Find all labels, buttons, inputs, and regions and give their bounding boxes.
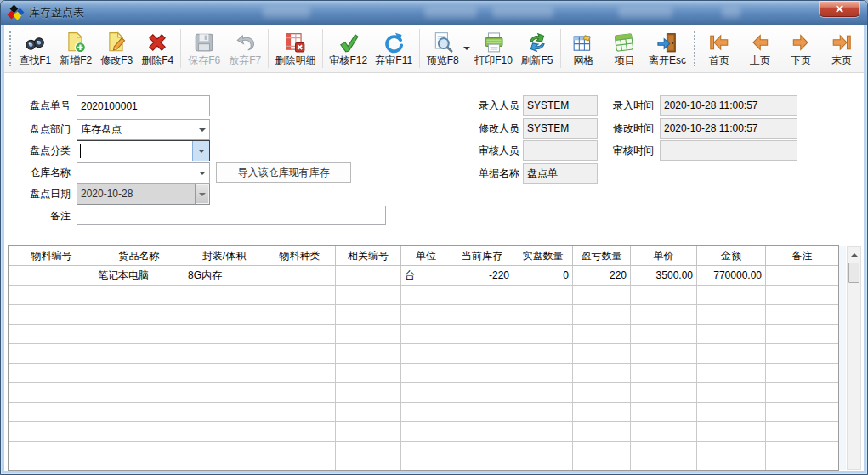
grid-cell[interactable]	[631, 403, 697, 422]
grid-header-cell[interactable]: 相关编号	[336, 246, 401, 266]
toolbar-button-unaudit[interactable]: 弃审F11	[372, 26, 417, 71]
grid-cell[interactable]	[264, 403, 336, 422]
grid-cell[interactable]	[513, 403, 573, 422]
toolbar-button-find[interactable]: 查找F1	[14, 26, 55, 71]
grid-cell[interactable]	[94, 325, 184, 344]
grid-cell[interactable]	[697, 305, 766, 325]
toolbar-button-next-page[interactable]: 下页	[780, 26, 821, 71]
toolbar-button-last-page[interactable]: 末页	[821, 26, 862, 71]
grid-header-cell[interactable]: 金额	[697, 246, 766, 266]
grid-cell[interactable]	[766, 403, 839, 422]
toolbar-grip[interactable]	[692, 31, 697, 66]
entry-user-field[interactable]	[523, 95, 598, 116]
grid-cell[interactable]	[9, 422, 94, 442]
dropdown-arrow-icon[interactable]	[192, 141, 209, 161]
close-button[interactable]	[820, 1, 859, 17]
grid-cell[interactable]	[766, 325, 839, 344]
grid-vertical-scrollbar[interactable]	[847, 246, 861, 470]
grid-cell[interactable]	[9, 266, 94, 286]
grid-cell[interactable]	[631, 364, 697, 383]
grid-cell[interactable]	[401, 422, 451, 442]
grid-cell[interactable]	[766, 442, 839, 461]
grid-cell[interactable]	[513, 422, 573, 442]
grid-cell[interactable]	[573, 383, 631, 403]
toolbar-button-refresh[interactable]: 刷新F5	[517, 26, 558, 71]
grid-header-cell[interactable]: 备注	[766, 246, 839, 266]
grid-cell[interactable]	[184, 383, 264, 403]
toolbar-button-discard[interactable]: 放弃F7	[224, 26, 265, 71]
grid-cell[interactable]	[697, 403, 766, 422]
grid-cell[interactable]	[513, 305, 573, 325]
grid-header-cell[interactable]: 货品名称	[94, 246, 184, 266]
warehouse-combo[interactable]	[77, 162, 210, 184]
grid-cell[interactable]	[766, 286, 839, 305]
toolbar-button-exit[interactable]: 离开Esc	[644, 26, 689, 71]
grid-cell[interactable]	[766, 344, 839, 364]
grid-cell[interactable]	[336, 325, 401, 344]
grid-cell[interactable]	[451, 305, 513, 325]
grid-header-cell[interactable]: 物料编号	[9, 246, 94, 266]
grid-cell[interactable]	[9, 403, 94, 422]
grid-header-cell[interactable]: 物料种类	[264, 246, 336, 266]
toolbar-button-project[interactable]: 项目	[604, 26, 644, 71]
grid-cell[interactable]	[264, 286, 336, 305]
toolbar-button-preview[interactable]: 预览F8	[423, 26, 463, 71]
date-combo[interactable]: 2020-10-28	[77, 184, 210, 205]
grid-cell[interactable]	[264, 461, 336, 472]
grid-cell[interactable]	[336, 286, 401, 305]
grid-cell[interactable]	[401, 442, 451, 461]
toolbar-button-print[interactable]: 打印F10	[471, 26, 517, 71]
grid-cell[interactable]	[451, 383, 513, 403]
scrollbar-thumb[interactable]	[848, 263, 859, 283]
grid-cell[interactable]	[401, 286, 451, 305]
grid-cell[interactable]	[94, 364, 184, 383]
grid-cell[interactable]	[401, 325, 451, 344]
grid-cell[interactable]	[697, 325, 766, 344]
grid-cell[interactable]	[697, 383, 766, 403]
grid-header-cell[interactable]: 盈亏数量	[573, 246, 631, 266]
grid-cell[interactable]	[264, 325, 336, 344]
scroll-up-arrow-icon[interactable]	[848, 247, 860, 261]
grid-cell[interactable]: -220	[451, 266, 513, 286]
grid-cell[interactable]: 770000.00	[697, 266, 766, 286]
grid-cell[interactable]	[766, 305, 839, 325]
grid-cell[interactable]	[766, 422, 839, 442]
grid-cell[interactable]	[573, 305, 631, 325]
grid-cell[interactable]	[697, 422, 766, 442]
grid-cell[interactable]	[9, 305, 94, 325]
grid-cell[interactable]	[631, 344, 697, 364]
grid-cell[interactable]	[573, 442, 631, 461]
grid-cell[interactable]	[766, 461, 839, 472]
grid-cell[interactable]	[264, 266, 336, 286]
grid-cell[interactable]	[513, 383, 573, 403]
grid-cell[interactable]	[631, 461, 697, 472]
grid-cell[interactable]	[573, 364, 631, 383]
toolbar-button-audit[interactable]: 审核F12	[326, 26, 372, 71]
grid-cell[interactable]	[184, 305, 264, 325]
grid-cell[interactable]	[513, 461, 573, 472]
grid-cell[interactable]	[513, 286, 573, 305]
grid-cell[interactable]	[184, 403, 264, 422]
grid-cell[interactable]: 220	[573, 266, 631, 286]
grid-cell[interactable]: 笔记本电脑	[94, 266, 184, 286]
grid-cell[interactable]	[94, 461, 184, 472]
grid-cell[interactable]	[94, 422, 184, 442]
grid-cell[interactable]	[94, 383, 184, 403]
grid-cell[interactable]	[573, 344, 631, 364]
grid-cell[interactable]	[401, 364, 451, 383]
dropdown-arrow-icon[interactable]	[195, 120, 209, 139]
grid-header-cell[interactable]: 当前库存	[451, 246, 513, 266]
entry-time-field[interactable]	[660, 95, 797, 116]
grid-header-cell[interactable]: 封装/体积	[184, 246, 264, 266]
grid-cell[interactable]	[94, 403, 184, 422]
grid-cell[interactable]	[336, 266, 401, 286]
audit-user-field[interactable]	[523, 140, 598, 161]
grid-cell[interactable]	[697, 286, 766, 305]
grid-cell[interactable]: 8G内存	[184, 266, 264, 286]
grid-cell[interactable]	[94, 442, 184, 461]
grid-cell[interactable]	[573, 325, 631, 344]
grid-cell[interactable]	[697, 442, 766, 461]
grid-cell[interactable]	[9, 344, 94, 364]
toolbar-button-add[interactable]: 新增F2	[55, 26, 96, 71]
grid-cell[interactable]	[513, 364, 573, 383]
